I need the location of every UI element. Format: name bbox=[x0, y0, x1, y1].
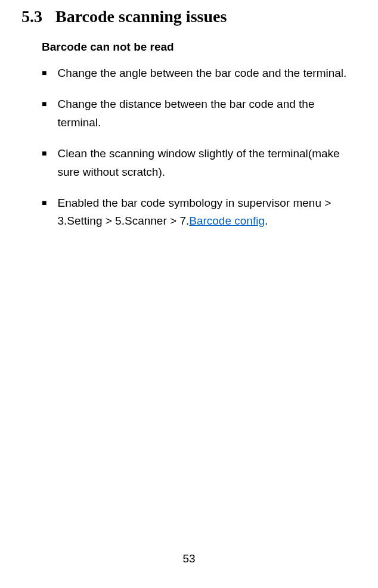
content-area: Barcode can not be read ■ Change the ang… bbox=[21, 41, 357, 231]
list-item: ■ Enabled the bar code symbology in supe… bbox=[42, 194, 357, 231]
subtitle: Barcode can not be read bbox=[42, 41, 357, 54]
list-item: ■ Change the angle between the bar code … bbox=[42, 64, 357, 82]
list-item: ■ Clean the scanning window slightly of … bbox=[42, 145, 357, 181]
section-heading: 5.3 Barcode scanning issues bbox=[21, 7, 357, 26]
bullet-marker-icon: ■ bbox=[42, 194, 47, 211]
page-number: 53 bbox=[0, 552, 378, 565]
list-item: ■ Change the distance between the bar co… bbox=[42, 95, 357, 132]
section-title: Barcode scanning issues bbox=[55, 7, 357, 26]
bullet-text: Clean the scanning window slightly of th… bbox=[57, 145, 357, 181]
section-number: 5.3 bbox=[21, 7, 42, 26]
bullet-list: ■ Change the angle between the bar code … bbox=[42, 64, 357, 231]
bullet-text: Enabled the bar code symbology in superv… bbox=[57, 194, 357, 231]
bullet-suffix: . bbox=[265, 214, 268, 227]
bullet-marker-icon: ■ bbox=[42, 145, 47, 161]
bullet-marker-icon: ■ bbox=[42, 64, 47, 81]
page-content: 5.3 Barcode scanning issues Barcode can … bbox=[0, 0, 378, 231]
bullet-marker-icon: ■ bbox=[42, 95, 47, 112]
barcode-config-link[interactable]: Barcode config bbox=[189, 214, 265, 227]
bullet-text: Change the distance between the bar code… bbox=[57, 95, 357, 132]
bullet-text: Change the angle between the bar code an… bbox=[57, 64, 357, 82]
